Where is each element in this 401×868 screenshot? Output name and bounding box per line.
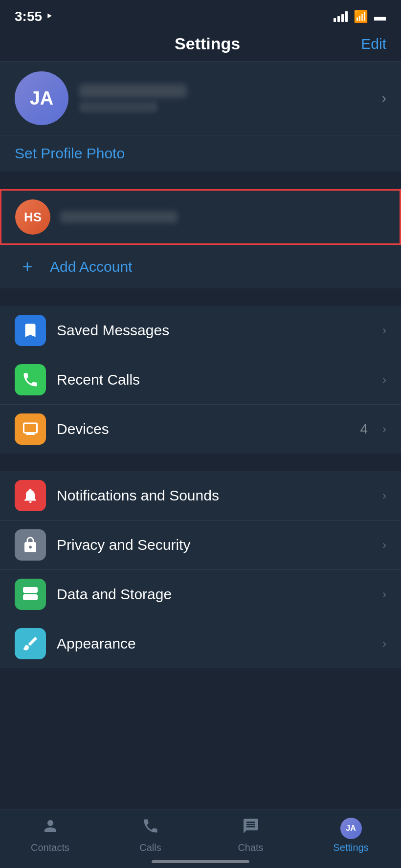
profile-section[interactable]: JA › [0,62,401,135]
second-account-item[interactable]: HS [0,189,401,245]
status-bar: 3:55 ‣ 📶 ▬ [0,0,401,29]
profile-phone-blur [79,102,157,112]
page-title: Settings [54,34,361,53]
accounts-section: HS + Add Account [0,189,401,288]
devices-chevron-icon: › [382,422,386,436]
second-account-name-blur [60,211,178,223]
profile-info [79,84,371,112]
data-storage-label: Data and Storage [57,586,372,603]
tab-calls[interactable]: Calls [100,817,200,853]
saved-messages-icon [15,315,46,346]
devices-item[interactable]: Devices 4 › [0,404,401,454]
appearance-item[interactable]: Appearance › [0,619,401,668]
settings-tab-label: Settings [333,842,368,853]
add-account-item[interactable]: + Add Account [0,245,401,288]
appearance-label: Appearance [57,635,372,652]
privacy-icon [15,529,46,561]
add-icon: + [15,254,40,280]
appearance-icon [15,628,46,659]
notifications-chevron-icon: › [382,489,386,502]
settings-avatar: JA [340,818,362,839]
nav-bar: Settings Edit [0,29,401,61]
notifications-label: Notifications and Sounds [57,487,372,504]
chats-tab-label: Chats [238,842,263,853]
home-indicator [152,860,249,863]
section-gap-3 [0,454,401,471]
saved-messages-label: Saved Messages [57,322,372,339]
tab-chats[interactable]: Chats [200,817,301,853]
edit-button[interactable]: Edit [361,36,386,52]
data-storage-chevron-icon: › [382,587,386,601]
data-storage-item[interactable]: Data and Storage › [0,569,401,619]
chats-icon [242,817,260,839]
profile-chevron-icon: › [382,90,386,106]
calls-icon [142,817,159,839]
add-account-label[interactable]: Add Account [50,259,132,275]
devices-label: Devices [57,421,349,437]
contacts-icon [42,817,59,839]
saved-messages-chevron-icon: › [382,324,386,337]
profile-name-blur [79,84,187,98]
devices-icon [15,413,46,445]
status-time: 3:55 ‣ [15,9,52,24]
privacy-label: Privacy and Security [57,537,372,553]
status-icons: 📶 ▬ [334,10,386,23]
set-profile-photo-section[interactable]: Set Profile Photo [0,135,401,172]
privacy-item[interactable]: Privacy and Security › [0,520,401,569]
menu-section-1: Saved Messages › Recent Calls › Devices … [0,306,401,454]
contacts-tab-label: Contacts [31,842,69,853]
calls-tab-label: Calls [139,842,161,853]
recent-calls-label: Recent Calls [57,371,372,388]
saved-messages-item[interactable]: Saved Messages › [0,306,401,355]
tab-bar: Contacts Calls Chats JA Settings [0,809,401,868]
data-storage-icon [15,579,46,610]
notifications-item[interactable]: Notifications and Sounds › [0,471,401,520]
section-gap-2 [0,288,401,306]
devices-badge: 4 [360,421,368,437]
notifications-icon [15,480,46,511]
set-profile-photo-button[interactable]: Set Profile Photo [15,145,125,161]
recent-calls-chevron-icon: › [382,373,386,387]
avatar: JA [15,71,68,125]
recent-calls-icon [15,364,46,395]
location-icon: ‣ [46,10,52,23]
second-account-avatar: HS [15,199,50,235]
tab-settings[interactable]: JA Settings [301,818,401,853]
recent-calls-item[interactable]: Recent Calls › [0,355,401,404]
battery-icon: ▬ [374,10,386,23]
signal-icon [334,11,348,22]
tab-contacts[interactable]: Contacts [0,817,100,853]
section-gap-1 [0,172,401,189]
appearance-chevron-icon: › [382,637,386,651]
wifi-icon: 📶 [354,10,368,23]
privacy-chevron-icon: › [382,538,386,552]
menu-section-2: Notifications and Sounds › Privacy and S… [0,471,401,668]
